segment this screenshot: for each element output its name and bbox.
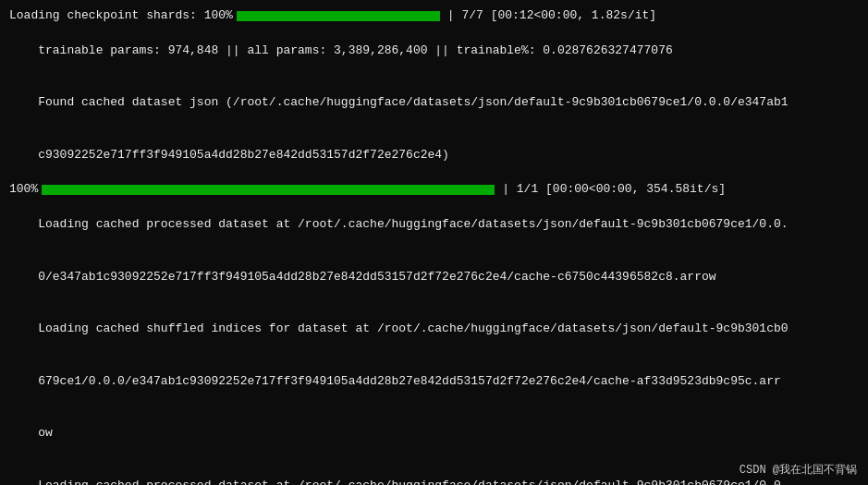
progress-line-checkpoint: Loading checkpoint shards: 100% | 7/7 [0… [9, 7, 859, 25]
watermark: CSDN @我在北国不背锅 [740, 462, 857, 478]
log-line-2: trainable params: 974,848 || all params:… [9, 25, 859, 78]
log-line-3: Found cached dataset json (/root/.cache/… [9, 77, 859, 129]
progress-stats-1: | 7/7 [00:12<00:00, 1.82s/it] [447, 7, 656, 25]
progress-line-2: 100% | 1/1 [00:00<00:00, 354.58it/s] [9, 181, 859, 199]
log-line-5b: 0/e347ab1c93092252e717ff3f949105a4dd28b2… [9, 251, 859, 304]
log-line-7: Loading cached processed dataset at /roo… [9, 460, 859, 485]
progress-fill-2 [42, 185, 495, 195]
progress-stats-2: | 1/1 [00:00<00:00, 354.58it/s] [502, 181, 726, 199]
progress-label-1: Loading checkpoint shards: 100% [9, 7, 233, 25]
progress-label-2: 100% [9, 181, 38, 199]
progress-bar-1 [237, 11, 440, 21]
progress-fill-1 [237, 11, 440, 21]
log-line-6: Loading cached shuffled indices for data… [9, 303, 859, 356]
terminal: Loading checkpoint shards: 100% | 7/7 [0… [0, 0, 868, 485]
log-line-3b: c93092252e717ff3f949105a4dd28b27e842dd53… [9, 129, 859, 182]
log-line-6b: 679ce1/0.0.0/e347ab1c93092252e717ff3f949… [9, 356, 859, 408]
log-line-5: Loading cached processed dataset at /roo… [9, 199, 859, 251]
log-line-6c: ow [9, 407, 859, 460]
progress-bar-2 [42, 185, 495, 195]
